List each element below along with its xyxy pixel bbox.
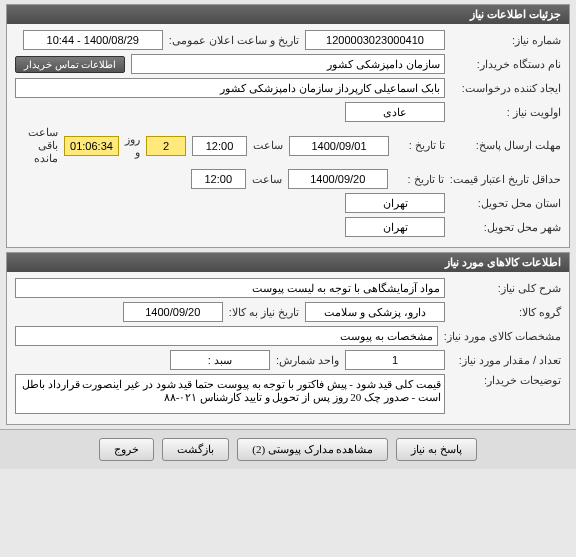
priority-field[interactable] — [345, 102, 445, 122]
row-buyer-notes: توضیحات خریدار: — [15, 374, 561, 414]
back-button[interactable]: بازگشت — [162, 438, 229, 461]
announce-field[interactable] — [23, 30, 163, 50]
panel2-body: شرح کلی نیاز: گروه کالا: تاریخ نیاز به ک… — [7, 272, 569, 424]
days-and-label: روز و — [125, 133, 140, 159]
buyer-org-label: نام دستگاه خریدار: — [451, 58, 561, 71]
time-label-1: ساعت — [253, 139, 283, 152]
spec-label: مشخصات کالای مورد نیاز: — [444, 330, 561, 343]
need-no-field[interactable] — [305, 30, 445, 50]
unit-field[interactable] — [170, 350, 270, 370]
deliver-city-label: شهر محل تحویل: — [451, 221, 561, 234]
row-desc: شرح کلی نیاز: — [15, 278, 561, 298]
time-label-2: ساعت — [252, 173, 282, 186]
need-date-field[interactable] — [123, 302, 223, 322]
row-buyer-org: نام دستگاه خریدار: اطلاعات تماس خریدار — [15, 54, 561, 74]
buyer-org-field[interactable] — [131, 54, 445, 74]
row-qty: تعداد / مقدار مورد نیاز: واحد شمارش: — [15, 350, 561, 370]
row-creator: ایجاد کننده درخواست: — [15, 78, 561, 98]
deadline-label: مهلت ارسال پاسخ: — [451, 139, 561, 152]
row-deliver-state: استان محل تحویل: — [15, 193, 561, 213]
panel1-title: جزئیات اطلاعات نیاز — [7, 5, 569, 24]
buyer-notes-field[interactable] — [15, 374, 445, 414]
row-price-valid: حداقل تاریخ اعتبار قیمت: تا تاریخ : ساعت — [15, 169, 561, 189]
reply-button[interactable]: پاسخ به نیاز — [396, 438, 477, 461]
row-group: گروه کالا: تاریخ نیاز به کالا: — [15, 302, 561, 322]
priority-label: اولویت نیاز : — [451, 106, 561, 119]
panel1-body: شماره نیاز: تاریخ و ساعت اعلان عمومی: نا… — [7, 24, 569, 247]
contact-buyer-button[interactable]: اطلاعات تماس خریدار — [15, 56, 125, 73]
days-remaining-field — [146, 136, 186, 156]
announce-label: تاریخ و ساعت اعلان عمومی: — [169, 34, 299, 47]
attachments-button[interactable]: مشاهده مدارک پیوستی (2) — [237, 438, 388, 461]
buyer-notes-label: توضیحات خریدار: — [451, 374, 561, 387]
row-spec: مشخصات کالای مورد نیاز: — [15, 326, 561, 346]
deadline-time-field[interactable] — [192, 136, 247, 156]
deliver-state-field[interactable] — [345, 193, 445, 213]
unit-label: واحد شمارش: — [276, 354, 339, 367]
deliver-state-label: استان محل تحویل: — [451, 197, 561, 210]
price-valid-label: حداقل تاریخ اعتبار قیمت: — [450, 173, 561, 186]
action-button-bar: پاسخ به نیاز مشاهده مدارک پیوستی (2) باز… — [0, 429, 576, 469]
time-remaining-field — [64, 136, 119, 156]
row-deliver-city: شهر محل تحویل: — [15, 217, 561, 237]
row-need-no: شماره نیاز: تاریخ و ساعت اعلان عمومی: — [15, 30, 561, 50]
exit-button[interactable]: خروج — [99, 438, 154, 461]
creator-field[interactable] — [15, 78, 445, 98]
need-no-label: شماره نیاز: — [451, 34, 561, 47]
row-deadline: مهلت ارسال پاسخ: تا تاریخ : ساعت روز و س… — [15, 126, 561, 165]
desc-field[interactable] — [15, 278, 445, 298]
need-date-label: تاریخ نیاز به کالا: — [229, 306, 299, 319]
goods-info-panel: اطلاعات کالاهای مورد نیاز شرح کلی نیاز: … — [6, 252, 570, 425]
creator-label: ایجاد کننده درخواست: — [451, 82, 561, 95]
qty-label: تعداد / مقدار مورد نیاز: — [451, 354, 561, 367]
group-field[interactable] — [305, 302, 445, 322]
row-priority: اولویت نیاز : — [15, 102, 561, 122]
to-date-label-2: تا تاریخ : — [394, 173, 444, 186]
deadline-date-field[interactable] — [289, 136, 389, 156]
deliver-city-field[interactable] — [345, 217, 445, 237]
need-details-panel: جزئیات اطلاعات نیاز شماره نیاز: تاریخ و … — [6, 4, 570, 248]
price-valid-date-field[interactable] — [288, 169, 388, 189]
remaining-label: ساعت باقی مانده — [15, 126, 58, 165]
to-date-label: تا تاریخ : — [395, 139, 445, 152]
group-label: گروه کالا: — [451, 306, 561, 319]
price-valid-time-field[interactable] — [191, 169, 246, 189]
qty-field[interactable] — [345, 350, 445, 370]
spec-field[interactable] — [15, 326, 438, 346]
panel2-title: اطلاعات کالاهای مورد نیاز — [7, 253, 569, 272]
desc-label: شرح کلی نیاز: — [451, 282, 561, 295]
